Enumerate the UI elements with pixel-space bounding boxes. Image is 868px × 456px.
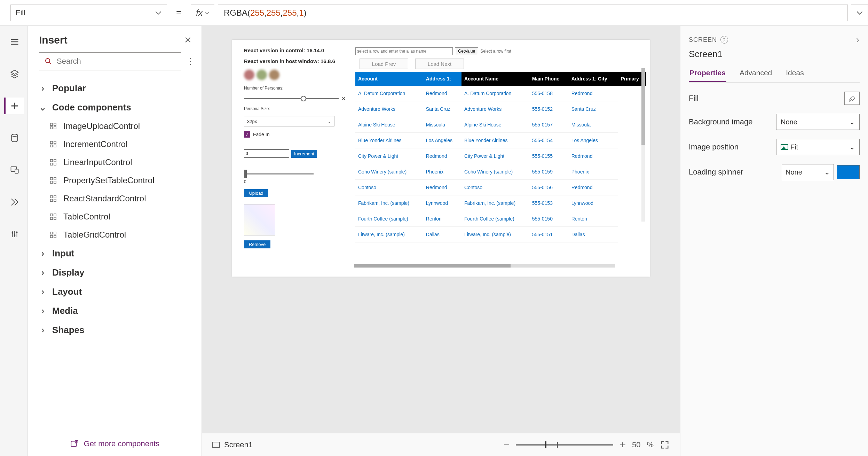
zoom-in-button[interactable]: + [620,439,626,451]
tab-advanced[interactable]: Advanced [739,66,773,82]
table-row[interactable]: Fabrikam, Inc. (sample)LynnwoodFabrikam,… [355,195,646,211]
fit-to-screen-button[interactable] [660,440,670,450]
spinner-dropdown[interactable]: None⌄ [782,164,834,180]
more-options-button[interactable]: ⋮ [186,56,195,66]
table-cell[interactable]: Adventure Works [355,101,423,117]
fx-button[interactable]: fx [191,5,214,21]
table-horizontal-scrollbar[interactable] [354,264,615,268]
fade-in-checkbox[interactable]: ✓ [244,131,250,138]
spinner-color-swatch[interactable] [837,165,860,179]
remove-button[interactable]: Remove [244,240,270,248]
table-cell[interactable]: 555-0159 [529,164,569,180]
close-panel-button[interactable]: ✕ [184,35,192,46]
load-next-button[interactable]: Load Next [415,59,464,69]
component-propertysettablecontrol[interactable]: PropertySetTableControl [28,171,202,190]
table-row[interactable]: City Power & LightRedmondCity Power & Li… [355,148,646,164]
persona-size-dropdown[interactable]: 32px⌄ [244,116,334,126]
group-media[interactable]: ›Media [28,301,202,320]
group-code-components[interactable]: ⌄Code components [28,98,202,117]
table-cell[interactable]: 555-0154 [529,133,569,148]
search-input-wrapper[interactable] [39,52,181,70]
table-cell[interactable]: Los Angeles [569,133,618,148]
component-imageuploadcontrol[interactable]: ImageUploadControl [28,117,202,135]
table-row[interactable]: ContosoRedmondContoso555-0156Redmond [355,180,646,195]
rail-media[interactable] [4,162,24,178]
formula-input[interactable]: RGBA(255, 255, 255, 1) [218,5,848,21]
table-cell[interactable]: Redmond [569,148,618,164]
tab-properties[interactable]: Properties [689,66,726,82]
img-pos-dropdown[interactable]: Fit⌄ [776,139,860,155]
table-cell[interactable]: Santa Cruz [569,101,618,117]
table-cell[interactable]: City Power & Light [461,148,529,164]
table-header[interactable]: Main Phone [529,72,569,86]
table-cell[interactable]: Blue Yonder Airlines [355,133,423,148]
table-cell[interactable]: 555-0155 [529,148,569,164]
table-cell[interactable]: Phoenix [569,164,618,180]
table-row[interactable]: Fourth Coffee (sample)RentonFourth Coffe… [355,211,646,227]
component-tablecontrol[interactable]: TableControl [28,208,202,226]
rail-tree-view[interactable] [4,65,24,82]
table-header[interactable]: Account Name [461,72,529,86]
table-cell[interactable]: Redmond [423,86,461,101]
table-cell[interactable]: A. Datum Corporation [355,86,423,101]
table-cell[interactable]: Dallas [423,227,461,242]
group-shapes[interactable]: ›Shapes [28,320,202,340]
rail-hamburger[interactable] [4,33,24,50]
table-row[interactable]: Blue Yonder AirlinesLos AngelesBlue Yond… [355,133,646,148]
table-row[interactable]: Coho Winery (sample)PhoenixCoho Winery (… [355,164,646,180]
search-input[interactable] [57,57,176,66]
get-more-components-button[interactable]: Get more components [28,431,202,456]
table-cell[interactable]: Coho Winery (sample) [461,164,529,180]
load-prev-button[interactable]: Load Prev [360,59,408,69]
table-header[interactable]: Account [355,72,423,86]
table-cell[interactable]: Fourth Coffee (sample) [461,211,529,227]
table-row[interactable]: Adventure WorksSanta CruzAdventure Works… [355,101,646,117]
table-cell[interactable]: Redmond [423,180,461,195]
table-cell[interactable]: Fabrikam, Inc. (sample) [461,195,529,211]
table-cell[interactable]: Renton [423,211,461,227]
table-cell[interactable]: 555-0152 [529,101,569,117]
table-cell[interactable]: City Power & Light [355,148,423,164]
component-incrementcontrol[interactable]: IncrementControl [28,135,202,153]
table-cell[interactable]: A. Datum Corporation [461,86,529,101]
upload-button[interactable]: Upload [244,189,268,197]
table-cell[interactable]: Lynnwood [423,195,461,211]
table-cell[interactable]: Fabrikam, Inc. (sample) [355,195,423,211]
table-cell[interactable]: Alpine Ski House [461,117,529,133]
rail-data[interactable] [4,130,24,146]
table-cell[interactable]: Renton [569,211,618,227]
increment-input[interactable] [244,149,289,158]
fill-color-button[interactable] [844,92,860,105]
table-cell[interactable]: Missoula [569,117,618,133]
table-cell[interactable]: 555-0153 [529,195,569,211]
table-cell[interactable]: Dallas [569,227,618,242]
app-screen[interactable]: React version in control: 16.14.0 React … [232,40,650,277]
table-header[interactable]: Address 1: [423,72,461,86]
table-cell[interactable]: Redmond [423,148,461,164]
group-display[interactable]: ›Display [28,263,202,282]
table-cell[interactable]: Contoso [461,180,529,195]
table-cell[interactable]: Litware, Inc. (sample) [461,227,529,242]
zoom-slider[interactable] [516,444,613,446]
table-vertical-scrollbar[interactable] [641,68,645,222]
table-cell[interactable]: Redmond [569,180,618,195]
table-cell[interactable]: Blue Yonder Airlines [461,133,529,148]
getvalue-button[interactable]: GetValue [455,47,478,55]
num-personas-slider[interactable] [244,98,339,99]
slider-thumb[interactable] [301,96,306,101]
plain-slider[interactable] [244,173,314,175]
table-cell[interactable]: Los Angeles [423,133,461,148]
canvas-viewport[interactable]: React version in control: 16.14.0 React … [202,26,680,433]
bg-image-dropdown[interactable]: None⌄ [776,114,860,130]
component-reactstandardcontrol[interactable]: ReactStandardControl [28,190,202,208]
table-row[interactable]: Alpine Ski HouseMissoulaAlpine Ski House… [355,117,646,133]
table-header[interactable]: Address 1: City [569,72,618,86]
rail-power-automate[interactable] [4,194,24,210]
table-cell[interactable]: Litware, Inc. (sample) [355,227,423,242]
tab-ideas[interactable]: Ideas [785,66,804,82]
help-icon[interactable]: ? [720,36,728,44]
table-cell[interactable]: Santa Cruz [423,101,461,117]
table-cell[interactable]: Coho Winery (sample) [355,164,423,180]
table-cell[interactable]: Contoso [355,180,423,195]
table-row[interactable]: Litware, Inc. (sample)DallasLitware, Inc… [355,227,646,242]
